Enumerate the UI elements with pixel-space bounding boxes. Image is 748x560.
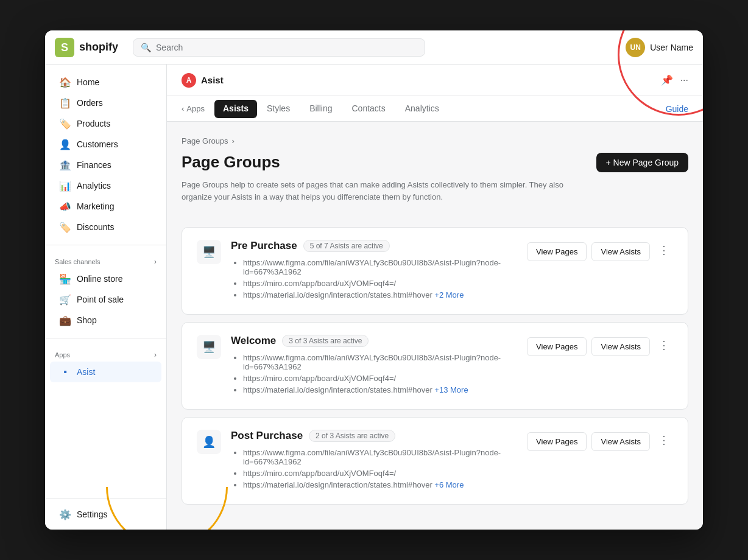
group-ellipsis-button-welcome[interactable]: ⋮	[655, 337, 673, 353]
breadcrumb: Page Groups ›	[182, 136, 688, 145]
sidebar-item-label: Analytics	[77, 181, 111, 191]
sidebar-item-point-of-sale[interactable]: 🛒 Point of sale	[50, 289, 161, 310]
group-more-link-post-purchase[interactable]: +6 More	[434, 480, 464, 489]
pin-icon[interactable]: 📌	[661, 74, 673, 86]
sidebar-item-online-store[interactable]: 🏪 Online store	[50, 268, 161, 289]
group-content-welcome: Welcome 3 of 3 Asists are active https:/…	[231, 335, 517, 397]
tabs-bar: ‹ Apps Asists Styles Billing	[167, 96, 703, 122]
sidebar-divider	[45, 245, 166, 245]
products-icon: 🏷️	[60, 118, 71, 129]
page-header-row: Page Groups Page Groups help to create s…	[182, 153, 688, 215]
group-card-pre-purchase: 🖥️ Pre Purchase 5 of 7 Asists are active…	[182, 227, 688, 315]
user-menu[interactable]: UN User Name	[626, 38, 693, 57]
discounts-icon: 🏷️	[60, 222, 71, 233]
page-header-left: Page Groups Page Groups help to create s…	[182, 153, 596, 215]
sidebar: 🏠 Home 📋 Orders 🏷️ Products 👤 Customers …	[45, 65, 167, 530]
sidebar-item-home[interactable]: 🏠 Home	[50, 72, 161, 93]
group-ellipsis-button-post-purchase[interactable]: ⋮	[655, 432, 673, 448]
sales-channels-label: Sales channels ›	[45, 253, 166, 268]
guide-link[interactable]: Guide	[666, 104, 688, 114]
sidebar-divider-2	[45, 338, 166, 338]
sidebar-item-analytics[interactable]: 📊 Analytics	[50, 175, 161, 196]
view-asists-button-post-purchase[interactable]: View Asists	[591, 432, 650, 451]
group-url-3: https://material.io/design/interaction/s…	[243, 290, 517, 299]
group-url-1: https://www.figma.com/file/aniW3YALfy3cB…	[243, 258, 517, 276]
view-asists-button-welcome[interactable]: View Asists	[591, 337, 650, 356]
group-more-link-pre-purchase[interactable]: +2 More	[434, 290, 464, 299]
sidebar-item-label: Shop	[77, 315, 97, 325]
sidebar-item-orders[interactable]: 📋 Orders	[50, 93, 161, 113]
marketing-icon: 📣	[60, 201, 71, 212]
asist-sidebar-icon: ▪	[60, 366, 71, 377]
search-bar[interactable]: 🔍 Search	[133, 38, 425, 57]
app-window: S shopify 🔍 Search UN User Name 🏠 Home 📋	[45, 30, 703, 530]
view-asists-button-pre-purchase[interactable]: View Asists	[591, 242, 650, 261]
sidebar-item-settings[interactable]: ⚙️ Settings	[50, 504, 161, 525]
tab-contacts[interactable]: Contacts	[342, 96, 395, 122]
sidebar-item-label: Asist	[77, 367, 95, 377]
chevron-right-icon: ›	[154, 257, 157, 266]
more-icon[interactable]: ···	[680, 75, 688, 86]
chevron-left-icon: ‹	[182, 104, 184, 113]
new-page-group-button[interactable]: + New Page Group	[596, 153, 688, 172]
sidebar-item-asist[interactable]: ▪ Asist	[50, 362, 161, 382]
tab-styles[interactable]: Styles	[257, 96, 300, 122]
sidebar-item-customers[interactable]: 👤 Customers	[50, 134, 161, 155]
main-layout: 🏠 Home 📋 Orders 🏷️ Products 👤 Customers …	[45, 65, 703, 530]
finances-icon: 🏦	[60, 159, 71, 170]
sidebar-apps-section: Apps › ▪ Asist	[45, 343, 166, 385]
sidebar-item-label: Discounts	[77, 222, 114, 232]
app-header: A Asist 📌 ···	[167, 65, 703, 96]
group-urls-pre-purchase: https://www.figma.com/file/aniW3YALfy3cB…	[231, 258, 517, 299]
tab-asists[interactable]: Asists	[214, 100, 257, 118]
group-urls-welcome: https://www.figma.com/file/aniW3YALfy3cB…	[231, 353, 517, 394]
customers-icon: 👤	[60, 139, 71, 150]
group-card-post-purchase: 👤 Post Purchase 2 of 3 Asists are active…	[182, 417, 688, 505]
sidebar-item-products[interactable]: 🏷️ Products	[50, 113, 161, 134]
tabs-row: Asists Styles Billing Contacts Analytics	[214, 96, 688, 121]
view-pages-button-pre-purchase[interactable]: View Pages	[527, 242, 587, 261]
sidebar-item-label: Settings	[77, 509, 108, 519]
group-ellipsis-button-pre-purchase[interactable]: ⋮	[655, 242, 673, 258]
group-url-w-1: https://www.figma.com/file/aniW3YALfy3cB…	[243, 353, 517, 371]
group-url-2: https://miro.com/app/board/uXjVOMFoqf4=/	[243, 279, 517, 288]
sidebar-item-label: Orders	[77, 98, 103, 108]
topbar: S shopify 🔍 Search UN User Name	[45, 30, 703, 65]
sidebar-item-label: Customers	[77, 139, 118, 149]
point-of-sale-icon: 🛒	[60, 294, 71, 305]
sidebar-item-finances[interactable]: 🏦 Finances	[50, 155, 161, 175]
sidebar-sales-channels-section: Sales channels › 🏪 Online store 🛒 Point …	[45, 250, 166, 333]
group-actions-welcome: View Pages View Asists ⋮	[527, 335, 673, 356]
online-store-icon: 🏪	[60, 273, 71, 284]
sidebar-bottom: ⚙️ Settings	[45, 499, 166, 525]
group-icon-pre-purchase: 🖥️	[197, 240, 221, 264]
shopify-logo[interactable]: S shopify	[55, 38, 118, 57]
sidebar-item-marketing[interactable]: 📣 Marketing	[50, 196, 161, 217]
group-icon-post-purchase: 👤	[197, 430, 221, 454]
breadcrumb-link[interactable]: Page Groups	[182, 136, 228, 145]
back-link[interactable]: ‹ Apps	[182, 99, 205, 118]
sidebar-item-discounts[interactable]: 🏷️ Discounts	[50, 217, 161, 237]
sidebar-item-shop[interactable]: 💼 Shop	[50, 310, 161, 331]
app-header-actions: 📌 ···	[661, 74, 688, 86]
settings-icon: ⚙️	[60, 509, 71, 520]
view-pages-button-welcome[interactable]: View Pages	[527, 337, 587, 356]
view-pages-button-post-purchase[interactable]: View Pages	[527, 432, 587, 451]
group-content-post-purchase: Post Purchase 2 of 3 Asists are active h…	[231, 430, 517, 492]
group-badge-pre-purchase: 5 of 7 Asists are active	[303, 240, 390, 252]
group-actions-pre-purchase: View Pages View Asists ⋮	[527, 240, 673, 261]
group-actions-post-purchase: View Pages View Asists ⋮	[527, 430, 673, 451]
group-more-link-welcome[interactable]: +13 More	[434, 385, 468, 394]
group-card-welcome: 🖥️ Welcome 3 of 3 Asists are active http…	[182, 322, 688, 410]
user-name: User Name	[650, 43, 693, 52]
sidebar-spacer	[45, 385, 166, 499]
tab-analytics[interactable]: Analytics	[395, 96, 449, 122]
sidebar-item-label: Online store	[77, 274, 122, 284]
breadcrumb-chevron: ›	[232, 136, 235, 145]
svg-text:S: S	[61, 41, 68, 53]
group-icon-welcome: 🖥️	[197, 335, 221, 359]
sidebar-item-label: Point of sale	[77, 295, 124, 304]
tab-billing[interactable]: Billing	[300, 96, 342, 122]
group-url-w-2: https://miro.com/app/board/uXjVOMFoqf4=/	[243, 374, 517, 383]
analytics-icon: 📊	[60, 180, 71, 191]
